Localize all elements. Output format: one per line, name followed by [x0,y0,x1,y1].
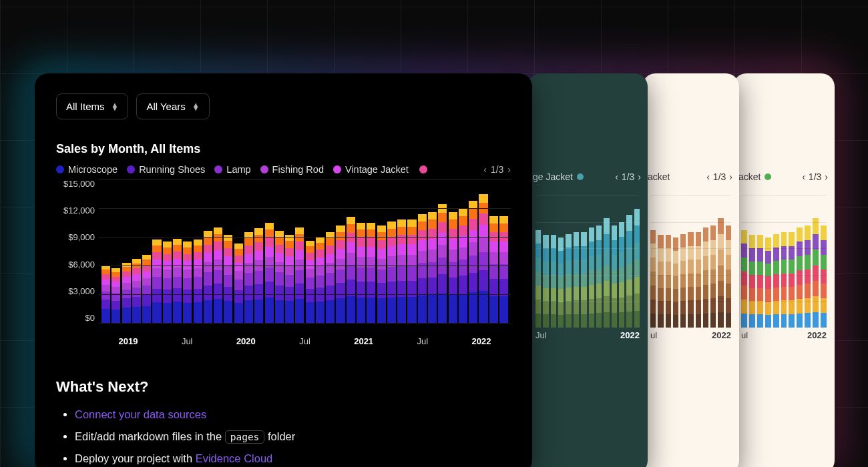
bar[interactable] [479,194,487,324]
bar-segment [142,272,151,278]
bar-segment [438,222,447,233]
bar-segment [428,212,437,220]
bar[interactable] [589,227,594,328]
bar[interactable] [336,225,345,323]
pager-next-icon[interactable]: › [638,171,641,182]
bar[interactable] [132,259,141,323]
bar[interactable] [347,217,355,323]
gridline [99,208,511,209]
bar[interactable] [265,223,274,324]
bar[interactable] [765,238,771,328]
bar[interactable] [612,225,617,328]
bar-segment [112,301,120,310]
bar[interactable] [152,240,161,323]
bar[interactable] [543,235,548,328]
bar[interactable] [574,232,579,328]
bar[interactable] [726,225,731,328]
legend-item[interactable]: Vintage Jacket [333,164,409,175]
bar[interactable] [626,215,632,328]
mini-legend: acket ‹ 1/3 › [733,73,835,182]
bar[interactable] [295,227,304,323]
bar[interactable] [650,229,656,328]
bar[interactable] [535,229,541,328]
bar[interactable] [789,232,795,328]
bar[interactable] [741,229,747,328]
bar[interactable] [781,232,787,328]
bar[interactable] [122,263,131,323]
bar[interactable] [813,218,819,328]
pager-next-icon[interactable]: › [729,171,732,182]
bar[interactable] [204,231,212,323]
bar[interactable] [275,231,284,323]
legend-item[interactable]: Fishing Rod [260,164,324,175]
legend-item[interactable]: Microscope [56,164,118,175]
bar[interactable] [285,235,294,323]
bar-segment [377,298,386,323]
bar[interactable] [418,214,427,323]
bar[interactable] [688,232,693,328]
bar[interactable] [244,232,253,323]
bar[interactable] [718,218,723,328]
bar-segment [347,224,355,233]
bar[interactable] [367,223,375,324]
bar[interactable] [821,225,827,328]
bar[interactable] [596,225,602,328]
bar[interactable] [558,238,564,328]
pager-prev-icon[interactable]: ‹ [802,171,805,182]
bar[interactable] [673,238,678,328]
bar[interactable] [407,219,416,323]
bar[interactable] [703,227,708,328]
bar-segment [234,249,243,256]
filter-years-dropdown[interactable]: All Years ▲▼ [136,93,209,119]
filter-items-dropdown[interactable]: All Items ▲▼ [56,93,128,119]
bar[interactable] [183,242,192,323]
bar[interactable] [254,228,263,323]
bar[interactable] [710,225,716,328]
bar[interactable] [163,242,172,323]
bar[interactable] [757,235,763,328]
pager-next-icon[interactable]: › [825,171,828,182]
bar[interactable] [306,241,314,323]
bar[interactable] [797,227,803,328]
legend-text-truncated: acket [648,171,670,182]
bar[interactable] [214,227,222,323]
bar[interactable] [438,204,447,323]
legend-item[interactable]: Running Shoes [127,164,205,175]
bar[interactable] [634,209,640,328]
bar[interactable] [449,212,457,323]
legend-item[interactable]: Lamp [214,164,250,175]
bar[interactable] [469,201,477,323]
bar[interactable] [696,232,701,328]
bar[interactable] [326,232,335,323]
bar[interactable] [805,225,811,328]
bar[interactable] [658,235,663,328]
bar[interactable] [551,235,556,328]
connect-data-link[interactable]: Connect your data sources [75,408,206,420]
pager-prev-icon[interactable]: ‹ [615,171,618,182]
evidence-cloud-link[interactable]: Evidence Cloud [196,452,273,464]
bar[interactable] [194,240,202,323]
pager-prev-icon[interactable]: ‹ [483,164,487,175]
bar[interactable] [499,215,508,323]
bar[interactable] [428,212,437,323]
bar[interactable] [397,219,406,323]
pager-next-icon[interactable]: › [507,164,511,175]
bar[interactable] [749,235,755,328]
bar[interactable] [224,235,232,323]
bar[interactable] [357,223,365,324]
bar[interactable] [112,268,120,323]
bar-segment [275,253,284,262]
bar[interactable] [604,218,609,328]
bar[interactable] [666,235,671,328]
bar-segment [234,271,243,280]
bar[interactable] [489,215,498,323]
bar[interactable] [581,232,586,328]
bar-segment [183,270,192,278]
bar[interactable] [173,239,182,323]
bar-segment [489,216,498,223]
bar[interactable] [316,237,324,323]
bar[interactable] [377,225,386,323]
pager-prev-icon[interactable]: ‹ [706,171,710,182]
bar-segment [367,282,375,298]
bar[interactable] [234,244,243,323]
